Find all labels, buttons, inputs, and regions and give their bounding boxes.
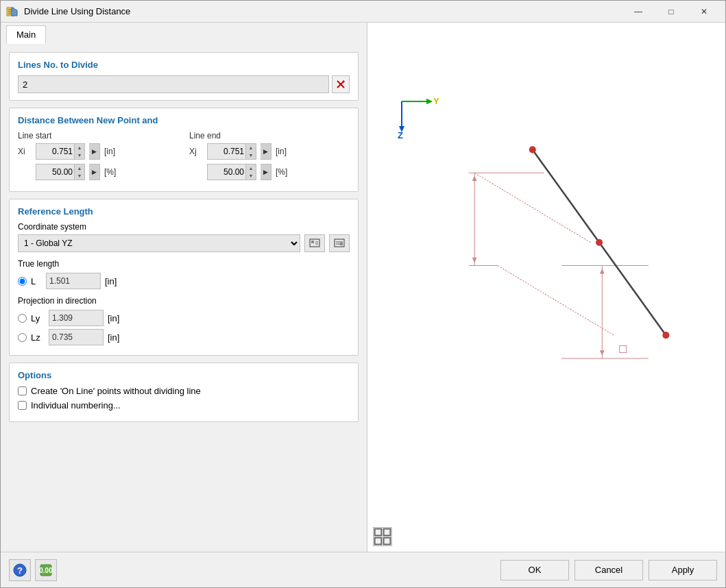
coord-icon-2[interactable] xyxy=(329,234,350,252)
checkbox1[interactable] xyxy=(18,387,27,395)
reference-section: Reference Length Coordinate system 1 - G… xyxy=(9,199,359,356)
pct-i-spinbox[interactable]: ▲ ▼ xyxy=(36,164,85,180)
Ly-label: Ly xyxy=(31,313,45,323)
pct-i-down[interactable]: ▼ xyxy=(75,172,84,180)
viewport-fit-btn[interactable] xyxy=(373,527,392,546)
xj-play[interactable]: ▶ xyxy=(261,143,271,160)
pct-j-input[interactable] xyxy=(208,164,245,180)
svg-rect-44 xyxy=(384,538,391,545)
coord-label: Coordinate system xyxy=(18,222,350,232)
L-label: L xyxy=(31,276,42,286)
pct-j-down[interactable]: ▼ xyxy=(246,172,256,180)
coord-icon-1[interactable] xyxy=(304,234,325,252)
Lz-row: Lz [in] xyxy=(18,329,350,345)
reference-title: Reference Length xyxy=(18,206,350,217)
coord-system-select[interactable]: 1 - Global YZ xyxy=(18,234,300,252)
distance-section: Distance Between New Point and Line star… xyxy=(9,108,359,192)
svg-point-7 xyxy=(343,81,345,83)
xj-input[interactable] xyxy=(208,144,245,159)
title-bar: Divide Line Using Distance — □ ✕ xyxy=(1,1,725,23)
L-unit: [in] xyxy=(105,276,117,286)
Lz-input xyxy=(49,329,104,345)
app-icon xyxy=(6,5,19,18)
xj-spinbox[interactable]: ▲ ▼ xyxy=(207,143,256,160)
distance-cols: Line start Xi ▲ ▼ ▶ xyxy=(18,131,350,184)
tab-main[interactable]: Main xyxy=(6,25,46,44)
lines-no-row xyxy=(18,75,350,93)
svg-rect-9 xyxy=(311,241,314,243)
xj-unit: [in] xyxy=(276,147,295,156)
xi-down[interactable]: ▼ xyxy=(75,151,84,159)
checkbox2[interactable] xyxy=(18,401,27,410)
true-length-label: True length xyxy=(18,259,350,269)
minimize-button[interactable]: — xyxy=(622,1,654,22)
pct-j-arrows: ▲ ▼ xyxy=(245,164,256,180)
pct-j-up[interactable]: ▲ xyxy=(246,164,256,172)
svg-point-40 xyxy=(662,332,669,339)
pct-j-unit: [%] xyxy=(276,167,295,177)
checkbox2-row: Individual numbering... xyxy=(18,400,350,411)
Lz-unit: [in] xyxy=(108,332,119,343)
Ly-radio[interactable] xyxy=(18,314,27,323)
svg-text:0.00: 0.00 xyxy=(39,567,53,574)
pct-i-play[interactable]: ▶ xyxy=(89,164,100,180)
close-button[interactable]: ✕ xyxy=(688,1,720,22)
maximize-button[interactable]: □ xyxy=(655,1,687,22)
Ly-row: Ly [in] xyxy=(18,310,350,326)
ok-button[interactable]: OK xyxy=(500,560,569,580)
dialog-buttons: OK Cancel Apply xyxy=(500,560,717,580)
xi-up[interactable]: ▲ xyxy=(75,144,84,151)
calculator-icon-btn[interactable]: 0.00 xyxy=(35,559,57,581)
options-section: Options Create 'On Line' points without … xyxy=(9,363,359,422)
xj-arrows: ▲ ▼ xyxy=(245,144,256,159)
xj-up[interactable]: ▲ xyxy=(246,144,256,151)
pct-i-arrows: ▲ ▼ xyxy=(74,164,84,180)
pct-j-spinbox[interactable]: ▲ ▼ xyxy=(207,164,256,180)
svg-point-38 xyxy=(529,146,536,153)
apply-button[interactable]: Apply xyxy=(649,560,717,580)
L-input xyxy=(46,273,101,289)
svg-marker-27 xyxy=(472,175,477,181)
svg-rect-43 xyxy=(375,538,382,545)
svg-marker-4 xyxy=(12,8,17,16)
svg-rect-36 xyxy=(620,345,627,352)
xj-row: Xj ▲ ▼ ▶ [in] xyxy=(189,143,350,160)
tabs-bar: Main xyxy=(1,23,367,44)
svg-text:Z: Z xyxy=(398,130,403,140)
clear-button[interactable] xyxy=(332,75,350,93)
L-radio[interactable] xyxy=(18,277,27,286)
L-row: L [in] xyxy=(18,273,350,289)
line-end-col: Line end Xj ▲ ▼ ▶ xyxy=(189,131,350,184)
coord-row: 1 - Global YZ xyxy=(18,234,350,252)
distance-title: Distance Between New Point and xyxy=(18,115,350,125)
window-title: Divide Line Using Distance xyxy=(24,6,622,16)
xi-input[interactable] xyxy=(36,144,74,159)
svg-marker-32 xyxy=(600,269,605,274)
svg-line-35 xyxy=(498,266,614,336)
Ly-unit: [in] xyxy=(108,313,119,323)
xj-down[interactable]: ▼ xyxy=(246,151,256,159)
checkbox1-row: Create 'On Line' points without dividing… xyxy=(18,386,350,396)
diagram-svg xyxy=(422,77,724,489)
bottom-bar: ? 0.00 OK Cancel Apply xyxy=(1,552,725,587)
line-start-label: Line start xyxy=(18,131,178,140)
xi-label: Xi xyxy=(18,147,32,156)
svg-rect-42 xyxy=(384,529,391,536)
pct-i-up[interactable]: ▲ xyxy=(75,164,84,172)
help-icon-btn[interactable]: ? xyxy=(9,559,31,581)
svg-marker-28 xyxy=(472,258,477,263)
lines-no-section: Lines No. to Divide xyxy=(9,52,359,101)
Lz-radio[interactable] xyxy=(18,333,27,342)
pct-i-input[interactable] xyxy=(36,164,74,180)
pct-i-unit: [%] xyxy=(104,167,123,177)
lines-no-input[interactable] xyxy=(18,75,329,93)
svg-marker-33 xyxy=(600,350,605,356)
xi-play[interactable]: ▶ xyxy=(89,143,100,160)
cancel-button[interactable]: Cancel xyxy=(574,560,643,580)
xi-spinbox[interactable]: ▲ ▼ xyxy=(36,143,85,160)
pct-j-play[interactable]: ▶ xyxy=(261,164,271,180)
xi-arrows: ▲ ▼ xyxy=(74,144,84,159)
content-area: Main Lines No. to Divide xyxy=(1,23,725,552)
panel-content: Lines No. to Divide xyxy=(1,44,367,552)
window-controls: — □ ✕ xyxy=(622,1,720,22)
